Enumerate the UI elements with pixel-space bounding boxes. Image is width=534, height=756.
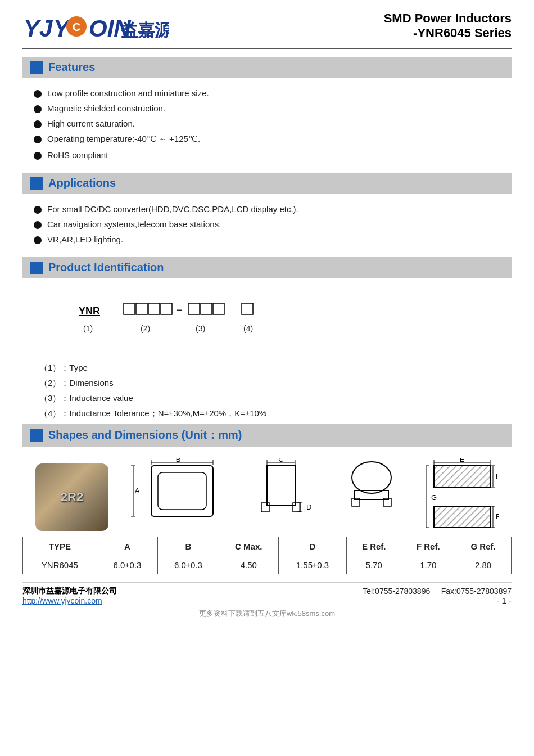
cell-eref: 5.70 bbox=[347, 556, 401, 574]
svg-text:−: − bbox=[177, 304, 183, 316]
bullet-icon bbox=[34, 221, 42, 229]
features-section-icon bbox=[30, 61, 43, 74]
title-line1: SMD Power Inductors bbox=[384, 11, 512, 26]
product-id-diagram: YNR (1) (2) − (3) (4) bbox=[22, 284, 512, 353]
list-item: RoHS compliant bbox=[34, 147, 512, 163]
applications-section-icon bbox=[30, 177, 43, 190]
bullet-icon bbox=[34, 152, 42, 160]
footer-fax: Fax:0755-27803897 bbox=[441, 587, 512, 596]
list-item: VR,AR,LED lighting. bbox=[34, 232, 512, 247]
features-list: Low profile construction and miniature s… bbox=[22, 83, 512, 165]
list-item: For small DC/DC converter(HDD,DVC,DSC,PD… bbox=[34, 201, 512, 217]
watermark-text: 更多资料下载请到五八文库wk.58sms.com bbox=[22, 609, 512, 619]
list-item: Low profile construction and miniature s… bbox=[34, 86, 512, 101]
shapes-diagrams: 2R2 B A bbox=[22, 452, 512, 531]
company-name: 深圳市益嘉源电子有限公司 bbox=[22, 586, 117, 596]
cell-b: 6.0±0.3 bbox=[158, 556, 219, 574]
footer-left: 深圳市益嘉源电子有限公司 http://www.yjycoin.com bbox=[22, 586, 117, 605]
feature-item-3: High current saturation. bbox=[47, 119, 135, 128]
col-fref: F Ref. bbox=[401, 537, 455, 556]
page-header: Y J Y C OIN 益嘉源 SMD Power Inductors -YNR… bbox=[22, 11, 512, 49]
svg-text:F: F bbox=[496, 472, 499, 480]
col-type: TYPE bbox=[23, 537, 97, 556]
side-view-svg: C D bbox=[250, 458, 318, 531]
product-id-section-title: Product Identification bbox=[48, 261, 164, 274]
feature-item-4: Operating temperature:-40℃ ～ +125℃. bbox=[47, 134, 200, 145]
product-id-section-icon bbox=[30, 262, 43, 274]
website-link[interactable]: http://www.yjycoin.com bbox=[22, 596, 117, 605]
svg-text:E: E bbox=[460, 458, 465, 464]
profile-view-diagram bbox=[338, 458, 405, 531]
efg-view-diagram: E G F bbox=[426, 458, 499, 531]
app-item-1: For small DC/DC converter(HDD,DVC,DSC,PD… bbox=[47, 204, 298, 214]
svg-text:A: A bbox=[135, 487, 140, 495]
app-item-2: Car navigation systems,telecom base stat… bbox=[47, 219, 221, 229]
cell-gref: 2.80 bbox=[455, 556, 512, 574]
svg-rect-19 bbox=[242, 303, 253, 314]
svg-text:G: G bbox=[431, 493, 437, 502]
svg-text:YNR: YNR bbox=[79, 305, 100, 317]
product-id-item-1: （1）：Type bbox=[39, 363, 495, 374]
bullet-icon bbox=[34, 236, 42, 244]
efg-view-svg: E G F bbox=[426, 458, 499, 531]
cell-cmax: 4.50 bbox=[219, 556, 278, 574]
svg-rect-16 bbox=[201, 303, 212, 314]
svg-point-42 bbox=[352, 462, 391, 493]
table-row: YNR6045 6.0±0.3 6.0±0.3 4.50 1.55±0.3 5.… bbox=[23, 556, 512, 574]
svg-text:D: D bbox=[306, 503, 311, 511]
logo-svg: Y J Y C OIN 益嘉源 bbox=[22, 11, 169, 42]
col-cmax: C Max. bbox=[219, 537, 278, 556]
footer-tel: Tel:0755-27803896 bbox=[363, 587, 430, 596]
col-a: A bbox=[97, 537, 158, 556]
feature-item-5: RoHS compliant bbox=[47, 150, 108, 160]
side-view-diagram: C D bbox=[250, 458, 318, 531]
svg-rect-36 bbox=[261, 503, 269, 512]
shapes-section-title: Shapes and Dimensions (Unit：mm) bbox=[48, 428, 242, 443]
svg-text:J: J bbox=[39, 15, 53, 42]
svg-text:(2): (2) bbox=[141, 324, 150, 333]
profile-view-svg bbox=[338, 458, 405, 531]
svg-rect-11 bbox=[148, 303, 160, 314]
bullet-icon bbox=[34, 90, 42, 98]
feature-item-1: Low profile construction and miniature s… bbox=[47, 88, 209, 98]
svg-text:F: F bbox=[496, 512, 499, 521]
list-item: Magnetic shielded construction. bbox=[34, 101, 512, 116]
list-item: High current saturation. bbox=[34, 116, 512, 131]
features-section-title: Features bbox=[48, 61, 95, 74]
inductor-photo-diagram: 2R2 bbox=[35, 464, 108, 531]
applications-section-header: Applications bbox=[22, 173, 512, 194]
product-id-items: （1）：Type （2）：Dimensions （3）：Inductance v… bbox=[22, 353, 512, 419]
list-item: Operating temperature:-40℃ ～ +125℃. bbox=[34, 131, 512, 147]
product-id-item-2: （2）：Dimensions bbox=[39, 378, 495, 389]
svg-rect-52 bbox=[434, 506, 490, 528]
svg-rect-12 bbox=[161, 303, 172, 314]
svg-text:益嘉源: 益嘉源 bbox=[121, 21, 169, 39]
header-title: SMD Power Inductors -YNR6045 Series bbox=[384, 11, 512, 40]
shapes-section-header: Shapes and Dimensions (Unit：mm) bbox=[22, 424, 512, 447]
bullet-icon bbox=[34, 136, 42, 143]
table-header-row: TYPE A B C Max. D E Ref. F Ref. G Ref. bbox=[23, 537, 512, 556]
bullet-icon bbox=[34, 105, 42, 113]
svg-rect-26 bbox=[158, 472, 206, 510]
svg-text:C: C bbox=[278, 458, 283, 464]
product-id-item-4: （4）：Inductance Tolerance；N=±30%,M=±20%，K… bbox=[39, 408, 495, 419]
list-item: Car navigation systems,telecom base stat… bbox=[34, 217, 512, 232]
col-eref: E Ref. bbox=[347, 537, 401, 556]
inductor-photo: 2R2 bbox=[35, 464, 108, 531]
svg-text:B: B bbox=[176, 458, 181, 464]
cell-type: YNR6045 bbox=[23, 556, 97, 574]
svg-rect-50 bbox=[434, 466, 490, 487]
cell-d: 1.55±0.3 bbox=[278, 556, 346, 574]
title-line2: -YNR6045 Series bbox=[384, 26, 512, 40]
footer-page: - 1 - bbox=[363, 596, 512, 605]
footer-contact: Tel:0755-27803896 Fax:0755-27803897 bbox=[363, 587, 512, 596]
bullet-icon bbox=[34, 120, 42, 128]
col-b: B bbox=[158, 537, 219, 556]
svg-rect-9 bbox=[124, 303, 135, 314]
svg-text:(3): (3) bbox=[196, 324, 205, 333]
svg-rect-10 bbox=[136, 303, 147, 314]
product-id-svg: YNR (1) (2) − (3) (4) bbox=[67, 295, 349, 345]
product-id-item-3: （3）：Inductance value bbox=[39, 393, 495, 404]
col-d: D bbox=[278, 537, 346, 556]
app-item-3: VR,AR,LED lighting. bbox=[47, 235, 123, 244]
